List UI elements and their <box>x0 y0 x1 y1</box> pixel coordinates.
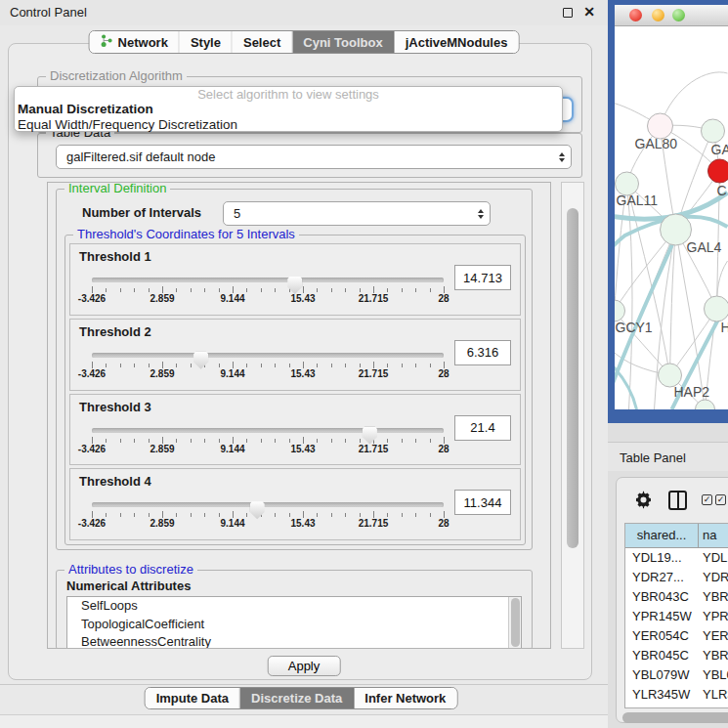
checkbox-icon[interactable]: ✓ <box>702 494 712 505</box>
threshold-2-box: Threshold 2-3.4262.8599.14415.4321.71528 <box>69 319 521 391</box>
threshold-label: Threshold 4 <box>79 474 151 489</box>
apply-button[interactable]: Apply <box>268 656 341 676</box>
slider-ticks <box>92 435 444 444</box>
table-row[interactable]: YIL053CYIL0 <box>625 705 728 708</box>
tab-jactivemnodules[interactable]: jActiveMNodules <box>395 31 519 53</box>
attribute-list-item[interactable]: SelfLoops <box>67 597 521 616</box>
network-window-titlebar[interactable] <box>615 5 728 26</box>
tick-label: 28 <box>438 368 449 379</box>
number-of-intervals-combobox[interactable]: 5 <box>223 201 491 226</box>
table-scrollbar-thumb[interactable] <box>622 712 728 723</box>
tick-label: 28 <box>438 293 449 304</box>
slider-track[interactable] <box>92 353 444 358</box>
tick-label: 28 <box>438 518 449 529</box>
slider-track[interactable] <box>92 278 444 282</box>
number-of-intervals-label: Number of Intervals <box>82 205 201 220</box>
table-row[interactable]: YPR145WYPR1 <box>625 607 728 626</box>
table-row[interactable]: YER054CYER0 <box>625 626 728 646</box>
table-cell: YBL0 <box>699 665 728 685</box>
table-row[interactable]: YLR345WYLR3 <box>625 685 728 705</box>
tab-network[interactable]: Network <box>90 31 180 53</box>
table-cell: YLR3 <box>699 685 728 705</box>
table-cell: YDR2 <box>699 568 728 587</box>
tab-select[interactable]: Select <box>233 31 292 53</box>
threshold-4-slider[interactable]: -3.4262.8599.14415.4321.71528 <box>92 496 444 530</box>
tick-label: 15.43 <box>290 518 315 529</box>
tab-label: Select <box>243 35 280 50</box>
tab-infer-network[interactable]: Infer Network <box>354 688 456 708</box>
tab-impute-data[interactable]: Impute Data <box>146 688 240 708</box>
table-cell: YBR043C <box>625 587 699 607</box>
network-node[interactable] <box>708 159 728 183</box>
threshold-2-value-field[interactable] <box>454 340 511 365</box>
table-horizontal-scrollbar[interactable] <box>622 712 728 724</box>
tick-label: 15.43 <box>290 293 315 304</box>
attributes-scrollbar[interactable] <box>508 597 521 648</box>
settings-gear-icon[interactable] <box>634 491 653 509</box>
float-window-icon[interactable] <box>563 8 573 18</box>
dropdown-option-manual-discretization[interactable]: Manual Discretization <box>15 102 562 117</box>
network-node-label: GAL11 <box>617 193 659 208</box>
tab-style[interactable]: Style <box>180 31 233 53</box>
network-node[interactable] <box>696 400 715 409</box>
group-title-discretization-algorithm: Discretization Algorithm <box>46 68 187 83</box>
network-node[interactable] <box>702 119 725 143</box>
panel-vertical-scrollbar[interactable] <box>561 182 584 649</box>
table-data-group: Table Data galFiltered.sif default node <box>37 133 582 178</box>
tab-label: Cyni Toolbox <box>303 35 382 50</box>
tab-discretize-data[interactable]: Discretize Data <box>240 688 354 708</box>
zoom-traffic-light-icon[interactable] <box>672 9 685 21</box>
column-header-shared-[interactable]: shared... <box>625 524 699 548</box>
table-row[interactable]: YDR27...YDR2 <box>625 568 728 587</box>
threshold-4-value-field[interactable] <box>454 490 511 515</box>
attribute-list-item[interactable]: BetweennessCentrality <box>67 633 521 649</box>
settings-scroll-area: Interval Definition Number of Intervals … <box>47 182 551 649</box>
network-canvas[interactable]: GAL80GACGAL11GAL4GCY1HHAP2 <box>615 26 728 409</box>
slider-track[interactable] <box>92 428 444 433</box>
minimize-traffic-light-icon[interactable] <box>652 9 664 21</box>
threshold-label: Threshold 1 <box>79 249 151 264</box>
threshold-3-value-field[interactable] <box>454 415 511 441</box>
threshold-label: Threshold 3 <box>79 400 151 414</box>
attribute-list-item[interactable]: TopologicalCoefficient <box>67 616 521 634</box>
panel-scrollbar-thumb[interactable] <box>567 208 578 548</box>
threshold-1-slider[interactable]: -3.4262.8599.14415.4321.71528 <box>92 272 444 305</box>
footer-strip <box>0 714 608 728</box>
network-node-label: GAL4 <box>687 239 722 255</box>
tab-label: Impute Data <box>156 691 229 706</box>
tick-label: 21.715 <box>359 518 389 529</box>
checkbox-icon[interactable]: ✓ <box>715 494 726 505</box>
table-row[interactable]: YBL079WYBL0 <box>625 665 728 685</box>
slider-track[interactable] <box>92 502 444 507</box>
number-of-intervals-value: 5 <box>224 206 472 221</box>
threshold-1-value-field[interactable] <box>454 265 511 290</box>
close-traffic-light-icon[interactable] <box>629 9 642 21</box>
attributes-scrollbar-thumb[interactable] <box>511 598 520 647</box>
table-row[interactable]: YBR045CYBR0 <box>625 646 728 665</box>
slider-ticks <box>92 284 444 293</box>
threshold-2-slider[interactable]: -3.4262.8599.14415.4321.71528 <box>92 347 444 380</box>
table-cell: YDL19... <box>625 548 699 568</box>
table-cell: YER054C <box>625 626 699 646</box>
close-icon[interactable]: ✕ <box>583 4 595 20</box>
table-cell: YDR27... <box>625 568 699 587</box>
tick-label: 28 <box>438 444 449 454</box>
attributes-group: Attributes to discretize Numerical Attri… <box>56 570 533 649</box>
table-data-combobox[interactable]: galFiltered.sif default node <box>56 145 572 169</box>
threshold-3-slider[interactable]: -3.4262.8599.14415.4321.71528 <box>92 422 444 455</box>
cyni-mode-tab-bar: Impute DataDiscretize DataInfer Network <box>145 687 458 709</box>
table-row[interactable]: YBR043CYBR0 <box>625 587 728 607</box>
column-header-na[interactable]: na <box>699 524 728 548</box>
tab-label: Network <box>118 35 168 50</box>
node-attribute-table: shared...na YDL19...YDL1YDR27...YDR2YBR0… <box>624 523 728 708</box>
column-view-icon[interactable] <box>668 491 687 510</box>
network-node-label: H <box>721 320 728 335</box>
control-panel-titlebar: Control Panel ✕ <box>0 0 608 25</box>
table-row[interactable]: YDL19...YDL1 <box>625 548 728 568</box>
dropdown-option-equal-width-frequency[interactable]: Equal Width/Frequency Discretization <box>15 117 562 133</box>
tab-cyni-toolbox[interactable]: Cyni Toolbox <box>292 31 394 53</box>
network-node[interactable] <box>615 300 625 321</box>
network-node[interactable] <box>705 296 728 321</box>
table-header-row: shared...na <box>625 524 728 548</box>
algorithm-dropdown-popup: Select algorithm to view settings Manual… <box>14 86 563 132</box>
